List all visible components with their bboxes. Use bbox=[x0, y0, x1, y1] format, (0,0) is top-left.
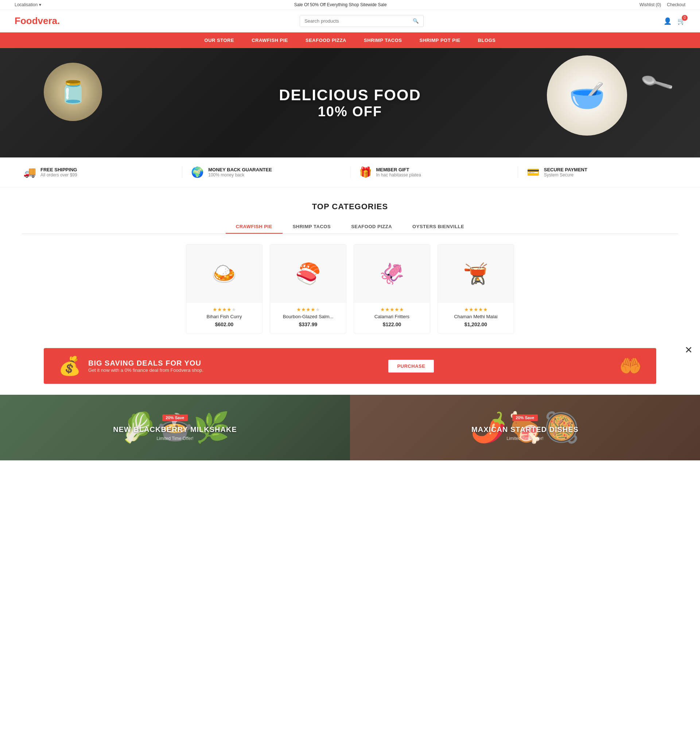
product-card-2[interactable]: 🍣 ★★★★★ Bourbon-Glazed Salm... $337.99 bbox=[270, 244, 346, 334]
logo-dot: . bbox=[57, 15, 60, 26]
feature-moneyback-text: MONEY BACK GUARANTEE 100% money back bbox=[208, 167, 272, 177]
feature-moneyback-title: MONEY BACK GUARANTEE bbox=[208, 167, 272, 173]
promo-hand-icon: 🤲 bbox=[619, 356, 642, 376]
product-price-2: $337.99 bbox=[270, 321, 346, 327]
product-image-1: 🍛 bbox=[186, 245, 262, 303]
header-icons: 👤 0 🛒 bbox=[664, 17, 685, 25]
cart-badge: 0 bbox=[682, 15, 688, 21]
product-stars-4: ★★★★★ bbox=[438, 306, 514, 312]
search-bar: 🔍 bbox=[300, 15, 424, 27]
checkout-link[interactable]: Checkout bbox=[667, 2, 685, 7]
product-name-3: Calamari Fritters bbox=[354, 314, 430, 319]
shipping-icon: 🚚 bbox=[23, 166, 36, 178]
nav-our-store[interactable]: OUR STORE bbox=[203, 32, 236, 48]
top-bar: Localisation ▾ Sale Of 50% Off Everythin… bbox=[0, 0, 700, 10]
product-food-icon-1: 🍛 bbox=[212, 262, 237, 286]
product-card-3[interactable]: 🦑 ★★★★★ Calamari Fritters $122.00 bbox=[354, 244, 430, 334]
products-grid: 🍛 ★★★★★ Bihari Fish Curry $602.00 🍣 ★★★★… bbox=[22, 244, 678, 334]
payment-icon: 💳 bbox=[527, 166, 540, 178]
deal-overlay-2: 20% Save MAXICAN STARTED DISHES Limited … bbox=[350, 395, 700, 460]
deal-badge-2: 20% Save bbox=[512, 414, 538, 421]
product-image-3: 🦑 bbox=[354, 245, 430, 303]
cart-button[interactable]: 0 🛒 bbox=[677, 17, 685, 25]
category-tabs: CRAWFISH PIE SHRIMP TACOS SEAFOOD PIZZA … bbox=[22, 220, 678, 234]
top-bar-right: Wishlist (0) Checkout bbox=[639, 2, 685, 7]
logo-text: Foodvera bbox=[15, 15, 57, 26]
hero-text: DELICIOUS FOOD 10% OFF bbox=[279, 86, 421, 119]
feature-gift-text: MEMBER GIFT In hac habitasse platea bbox=[376, 167, 421, 177]
deal-card-1[interactable]: 🥬🍲🌿 20% Save NEW BLACKBERRY MILKSHAKE Li… bbox=[0, 395, 350, 460]
promo-text-block: BIG SAVING DEALS FOR YOU Get it now with… bbox=[88, 359, 203, 373]
product-stars-2: ★★★★★ bbox=[270, 306, 346, 312]
promo-title: BIG SAVING DEALS FOR YOU bbox=[88, 359, 203, 367]
product-food-icon-4: 🫕 bbox=[463, 262, 488, 286]
localisation-dropdown[interactable]: Localisation ▾ bbox=[15, 2, 41, 7]
account-button[interactable]: 👤 bbox=[664, 17, 672, 25]
product-food-icon-3: 🦑 bbox=[379, 262, 405, 286]
search-button[interactable]: 🔍 bbox=[408, 15, 423, 27]
promo-coins-icon: 💰 bbox=[58, 356, 81, 376]
user-icon: 👤 bbox=[664, 17, 672, 25]
tab-crawfish-pie[interactable]: CRAWFISH PIE bbox=[226, 220, 283, 234]
moneyback-icon: 🌍 bbox=[191, 166, 204, 178]
header: Foodvera. 🔍 👤 0 🛒 bbox=[0, 10, 700, 32]
product-name-4: Chaman Methi Malai bbox=[438, 314, 514, 319]
feature-shipping: 🚚 FREE SHIPPING All orders over $99 bbox=[15, 166, 182, 178]
product-name-2: Bourbon-Glazed Salm... bbox=[270, 314, 346, 319]
nav-crawfish-pie[interactable]: CRAWFISH PIE bbox=[250, 32, 289, 48]
deal-title-1: NEW BLACKBERRY MILKSHAKE bbox=[113, 425, 237, 434]
product-image-2: 🍣 bbox=[270, 245, 346, 303]
logo[interactable]: Foodvera. bbox=[15, 15, 60, 27]
product-stars-3: ★★★★★ bbox=[354, 306, 430, 312]
promo-subtitle: Get it now with a 0% finance deal from F… bbox=[88, 367, 203, 373]
hero-jar-decoration bbox=[44, 63, 102, 121]
deal-title-2: MAXICAN STARTED DISHES bbox=[471, 425, 579, 434]
deal-subtitle-2: Limited Time Offer! bbox=[507, 436, 543, 441]
deal-overlay-1: 20% Save NEW BLACKBERRY MILKSHAKE Limite… bbox=[0, 395, 350, 460]
top-categories-section: TOP CATEGORIES CRAWFISH PIE SHRIMP TACOS… bbox=[0, 187, 700, 348]
tab-seafood-pizza[interactable]: SEAFOOD PIZZA bbox=[341, 220, 402, 234]
search-icon: 🔍 bbox=[413, 18, 419, 24]
deal-card-2[interactable]: 🌶️🍖🥘 20% Save MAXICAN STARTED DISHES Lim… bbox=[350, 395, 700, 460]
tab-oysters[interactable]: OYSTERS BIENVILLE bbox=[402, 220, 474, 234]
feature-gift-subtitle: In hac habitasse platea bbox=[376, 173, 421, 177]
product-food-icon-2: 🍣 bbox=[295, 262, 321, 286]
nav-shrimp-tacos[interactable]: SHRIMP TACOS bbox=[362, 32, 403, 48]
search-input[interactable] bbox=[300, 15, 408, 27]
feature-payment-subtitle: System Secure bbox=[544, 173, 587, 177]
product-card-4[interactable]: 🫕 ★★★★★ Chaman Methi Malai $1,202.00 bbox=[437, 244, 514, 334]
categories-title: TOP CATEGORIES bbox=[22, 202, 678, 211]
deal-subtitle-1: Limited Time Offer! bbox=[157, 436, 193, 441]
product-card-1[interactable]: 🍛 ★★★★★ Bihari Fish Curry $602.00 bbox=[186, 244, 263, 334]
purchase-button[interactable]: PURCHASE bbox=[388, 360, 434, 373]
localisation-label: Localisation bbox=[15, 2, 38, 7]
feature-moneyback-subtitle: 100% money back bbox=[208, 173, 272, 177]
cutlery-float-icon[interactable]: ✕ bbox=[685, 344, 693, 356]
product-price-3: $122.00 bbox=[354, 321, 430, 327]
deal-badge-1: 20% Save bbox=[162, 414, 188, 421]
wishlist-link[interactable]: Wishlist (0) bbox=[639, 2, 661, 7]
nav-seafood-pizza[interactable]: SEAFOOD PIZZA bbox=[304, 32, 348, 48]
feature-payment: 💳 SECURE PAYMENT System Secure bbox=[518, 166, 685, 178]
product-price-1: $602.00 bbox=[186, 321, 262, 327]
deals-grid: 🥬🍲🌿 20% Save NEW BLACKBERRY MILKSHAKE Li… bbox=[0, 395, 700, 460]
feature-shipping-text: FREE SHIPPING All orders over $99 bbox=[41, 167, 77, 177]
nav-shrimp-pot-pie[interactable]: SHRIMP POT PIE bbox=[418, 32, 462, 48]
feature-gift-title: MEMBER GIFT bbox=[376, 167, 421, 173]
feature-moneyback: 🌍 MONEY BACK GUARANTEE 100% money back bbox=[182, 166, 350, 178]
features-bar: 🚚 FREE SHIPPING All orders over $99 🌍 MO… bbox=[0, 157, 700, 187]
chevron-down-icon: ▾ bbox=[39, 2, 41, 7]
promo-banner: 💰 BIG SAVING DEALS FOR YOU Get it now wi… bbox=[44, 348, 656, 384]
hero-line2: 10% OFF bbox=[279, 104, 421, 119]
product-stars-1: ★★★★★ bbox=[186, 306, 262, 312]
promo-left: 💰 BIG SAVING DEALS FOR YOU Get it now wi… bbox=[58, 356, 203, 376]
hero-bowl-decoration bbox=[547, 55, 627, 136]
nav-blogs[interactable]: BLOGS bbox=[476, 32, 497, 48]
feature-shipping-subtitle: All orders over $99 bbox=[41, 173, 77, 177]
product-price-4: $1,202.00 bbox=[438, 321, 514, 327]
product-star-empty-2: ★ bbox=[315, 306, 320, 312]
hero-banner: 🥄 DELICIOUS FOOD 10% OFF bbox=[0, 48, 700, 157]
tab-shrimp-tacos[interactable]: SHRIMP TACOS bbox=[283, 220, 341, 234]
product-image-4: 🫕 bbox=[438, 245, 514, 303]
product-name-1: Bihari Fish Curry bbox=[186, 314, 262, 319]
